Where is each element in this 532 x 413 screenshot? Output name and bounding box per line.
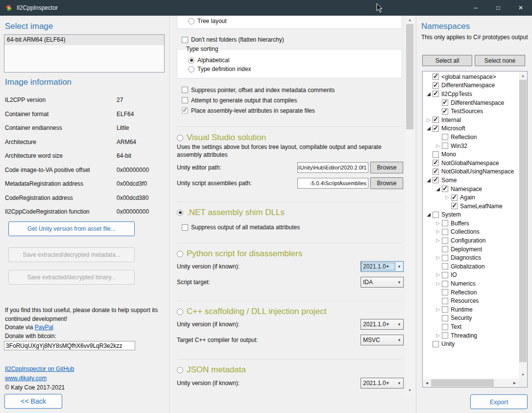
type-def-index-option[interactable]: Type definition index <box>188 65 251 73</box>
json-metadata-section[interactable]: JSON metadata <box>177 365 246 375</box>
namespace-checkbox[interactable] <box>442 108 448 115</box>
shim-dlls-radio[interactable] <box>177 210 183 216</box>
namespace-tree-item[interactable]: Security <box>423 314 519 323</box>
json-metadata-radio[interactable] <box>177 367 183 373</box>
namespace-tree-item[interactable]: DifferentNamespace <box>423 98 519 107</box>
tree-layout-radio[interactable] <box>188 18 194 24</box>
image-list-item[interactable]: 64-bit ARM64 (ELF64) <box>4 35 164 45</box>
unity-editor-path-input[interactable]: Files\Unity\Hub\Editor\2020.2.0f1 <box>297 162 368 173</box>
namespace-tree-item[interactable]: Reflection <box>423 288 519 297</box>
namespace-checkbox[interactable] <box>442 332 448 339</box>
namespace-checkbox[interactable] <box>442 255 448 261</box>
website-link[interactable]: www.djkaty.com <box>5 374 74 383</box>
tree-expander-icon[interactable] <box>434 280 442 288</box>
namespace-checkbox[interactable] <box>442 134 448 140</box>
tree-expander-icon[interactable] <box>434 142 442 150</box>
scroll-right-icon[interactable] <box>510 379 519 387</box>
namespace-tree-item[interactable]: NotGlobalUsingNamespace <box>423 168 519 176</box>
namespace-tree-item[interactable]: Again <box>423 193 519 202</box>
namespace-tree-item[interactable]: Win32 <box>423 142 519 150</box>
namespace-tree-item[interactable]: System <box>423 211 519 219</box>
namespace-checkbox[interactable] <box>442 272 448 278</box>
namespace-checkbox[interactable] <box>442 306 448 313</box>
namespace-checkbox[interactable] <box>442 99 448 106</box>
namespace-checkbox[interactable] <box>442 324 448 330</box>
namespace-tree-item[interactable]: Buffers <box>423 219 519 228</box>
tree-expander-icon[interactable] <box>425 211 433 219</box>
namespace-checkbox[interactable] <box>442 281 448 287</box>
alphabetical-option[interactable]: Alphabetical <box>188 56 229 64</box>
browse-assemblies-path-button[interactable]: Browse <box>370 177 403 189</box>
cpp-scaffolding-section[interactable]: C++ scaffolding / DLL injection project <box>177 307 326 316</box>
namespace-checkbox[interactable] <box>442 263 448 269</box>
shim-dlls-section[interactable]: .NET assembly shim DLLs <box>177 208 285 218</box>
scroll-up-icon[interactable] <box>519 72 527 80</box>
tree-expander-icon[interactable] <box>434 306 442 314</box>
scroll-down-icon[interactable] <box>519 370 527 379</box>
tree-expander-icon[interactable] <box>425 90 433 98</box>
namespace-checkbox[interactable] <box>433 341 439 347</box>
bitcoin-address-input[interactable] <box>4 341 135 350</box>
select-none-button[interactable]: Select none <box>475 55 525 66</box>
namespace-checkbox[interactable] <box>433 160 439 166</box>
tree-vscrollbar-thumb[interactable] <box>519 80 527 362</box>
tree-layout-option[interactable]: Tree layout <box>188 17 227 25</box>
script-target-select[interactable]: IDA <box>361 277 404 288</box>
cpp-scaffolding-radio[interactable] <box>177 309 183 315</box>
namespace-tree-item[interactable]: Internal <box>423 116 519 124</box>
namespace-checkbox[interactable] <box>442 315 448 321</box>
option-checkbox[interactable] <box>182 97 188 103</box>
namespace-checkbox[interactable] <box>433 151 439 158</box>
namespace-tree-item[interactable]: TestSources <box>423 107 519 116</box>
option-checkbox-row[interactable]: Place assembly-level attributes in separ… <box>182 105 402 116</box>
python-script-section[interactable]: Python script for disassemblers <box>177 249 302 259</box>
python-unity-version-select[interactable]: 2021.1.0+ <box>361 261 404 272</box>
namespace-checkbox[interactable] <box>451 203 458 209</box>
namespace-tree-item[interactable]: Threading <box>423 331 519 340</box>
json-unity-version-select[interactable]: 2021.1.0+ <box>361 378 404 389</box>
namespace-tree-item[interactable]: Namespace <box>423 185 519 194</box>
vs-solution-radio[interactable] <box>177 135 183 141</box>
center-scrollbar-thumb[interactable] <box>406 24 413 129</box>
suppress-metadata-checkbox[interactable] <box>182 224 188 231</box>
namespace-checkbox[interactable] <box>442 246 448 252</box>
flatten-option[interactable]: Don't nest folders (flatten hierarchy) <box>182 36 284 44</box>
tree-vertical-scrollbar[interactable] <box>519 72 527 379</box>
namespace-tree-item[interactable]: Diagnostics <box>423 253 519 262</box>
namespace-tree-item[interactable]: Mono <box>423 150 519 159</box>
namespace-checkbox[interactable] <box>433 82 439 89</box>
namespace-checkbox[interactable] <box>433 169 439 175</box>
select-all-button[interactable]: Select all <box>422 55 472 66</box>
center-scrollbar[interactable] <box>406 16 414 394</box>
tree-expander-icon[interactable] <box>434 332 442 340</box>
namespace-checkbox[interactable] <box>442 238 448 244</box>
github-link[interactable]: Il2CppInspector on GitHub <box>5 364 74 374</box>
namespace-checkbox[interactable] <box>433 91 439 97</box>
close-icon[interactable]: ✕ <box>509 0 532 16</box>
namespace-tree-item[interactable]: Microsoft <box>423 124 519 133</box>
namespace-tree-item[interactable]: Some <box>423 176 519 185</box>
namespace-tree-item[interactable]: SameLeafName <box>423 202 519 211</box>
tree-expander-icon[interactable] <box>425 124 433 132</box>
namespace-checkbox[interactable] <box>442 289 448 295</box>
namespace-checkbox[interactable] <box>451 194 458 201</box>
tree-expander-icon[interactable] <box>434 237 442 244</box>
namespace-checkbox[interactable] <box>442 220 448 226</box>
namespace-checkbox[interactable] <box>433 117 439 123</box>
tree-expander-icon[interactable] <box>434 254 442 262</box>
namespace-tree-item[interactable]: Il2CppTests <box>423 90 519 98</box>
option-checkbox[interactable] <box>182 107 188 114</box>
tree-expander-icon[interactable] <box>425 116 433 124</box>
namespace-tree-item[interactable]: <global namespace> <box>423 73 519 81</box>
browse-editor-path-button[interactable]: Browse <box>370 162 403 173</box>
scroll-left-icon[interactable] <box>423 379 431 387</box>
namespace-checkbox[interactable] <box>433 212 439 218</box>
image-listbox[interactable]: 64-bit ARM64 (ELF64) <box>4 34 165 73</box>
option-checkbox[interactable] <box>182 87 188 93</box>
tree-expander-icon[interactable] <box>434 271 442 279</box>
python-script-radio[interactable] <box>177 251 183 257</box>
script-assemblies-path-input[interactable]: -5.0.4\ScriptAssemblies <box>297 178 368 189</box>
back-button[interactable]: << Back <box>4 394 62 409</box>
export-button[interactable]: Export <box>470 394 528 409</box>
suppress-metadata-option[interactable]: Suppress output of all metadata attribut… <box>182 223 300 231</box>
